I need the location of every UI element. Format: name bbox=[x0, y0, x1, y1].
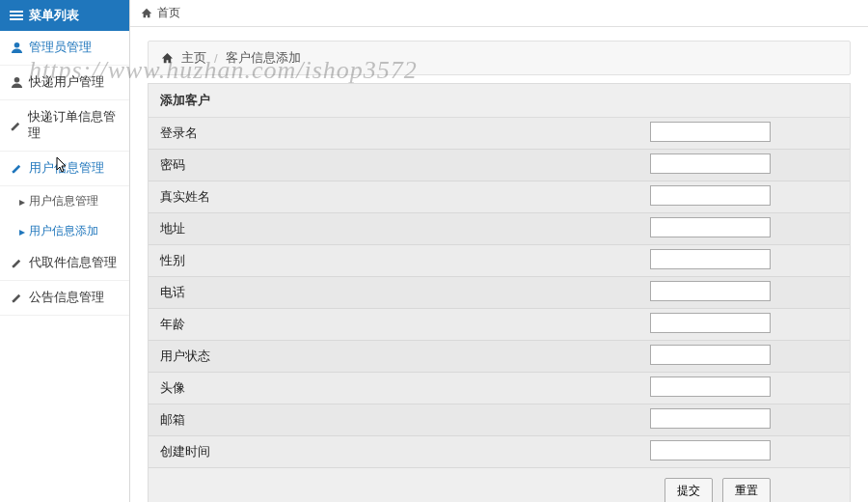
sidebar-item-pickup[interactable]: 代取件信息管理 bbox=[0, 246, 129, 281]
form-row-input-wrap bbox=[650, 309, 850, 340]
form-input-0[interactable] bbox=[650, 122, 771, 142]
svg-point-0 bbox=[14, 42, 19, 48]
breadcrumb-current: 客户信息添加 bbox=[226, 49, 301, 67]
form-row-label: 地址 bbox=[149, 213, 650, 244]
form-row-input-wrap bbox=[650, 118, 850, 149]
menu-icon bbox=[10, 9, 23, 22]
sidebar-item-order[interactable]: 快递订单信息管理 bbox=[0, 100, 129, 152]
form-row: 头像 bbox=[149, 373, 850, 404]
form-panel: 添加客户 登录名密码真实姓名地址性别电话年龄用户状态头像邮箱创建时间 提交 重置 bbox=[148, 83, 851, 502]
form-row-label: 密码 bbox=[149, 150, 650, 181]
topbar-home-link[interactable]: 首页 bbox=[157, 5, 180, 21]
form-row-label: 性别 bbox=[149, 245, 650, 276]
form-row: 真实姓名 bbox=[149, 181, 850, 213]
sidebar-item-label: 代取件信息管理 bbox=[29, 255, 117, 271]
form-row-input-wrap bbox=[650, 150, 850, 181]
edit-icon bbox=[10, 119, 22, 132]
edit-icon bbox=[10, 162, 23, 176]
form-row: 用户状态 bbox=[149, 341, 850, 373]
sidebar-item-admin[interactable]: 管理员管理 bbox=[0, 31, 129, 66]
form-row: 邮箱 bbox=[149, 404, 850, 436]
edit-icon bbox=[10, 292, 23, 305]
form-row: 年龄 bbox=[149, 309, 850, 341]
breadcrumb-home[interactable]: 主页 bbox=[181, 49, 206, 67]
sidebar-sub-label: 用户信息管理 bbox=[29, 193, 98, 209]
form-row: 登录名 bbox=[149, 118, 850, 150]
form-row: 电话 bbox=[149, 277, 850, 309]
form-row: 创建时间 bbox=[149, 436, 850, 468]
sidebar-item-label: 快递订单信息管理 bbox=[28, 109, 120, 142]
topbar: 首页 bbox=[130, 0, 868, 27]
sidebar-item-label: 公告信息管理 bbox=[29, 290, 104, 306]
form-input-8[interactable] bbox=[650, 376, 771, 397]
form-row: 性别 bbox=[149, 245, 850, 277]
sidebar: 菜单列表 管理员管理 快递用户管理 快递订单信息管理 用户信息管理 bbox=[0, 0, 130, 502]
breadcrumb: 主页 / 客户信息添加 bbox=[148, 41, 851, 75]
form-input-2[interactable] bbox=[650, 185, 771, 206]
form-title: 添加客户 bbox=[149, 84, 850, 118]
form-row-input-wrap bbox=[650, 245, 850, 276]
sidebar-header-label: 菜单列表 bbox=[29, 7, 79, 24]
caret-right-icon: ▸ bbox=[19, 195, 25, 209]
sidebar-item-announcement[interactable]: 公告信息管理 bbox=[0, 281, 129, 316]
form-input-1[interactable] bbox=[650, 153, 771, 174]
form-row: 地址 bbox=[149, 213, 850, 245]
form-input-4[interactable] bbox=[650, 249, 771, 269]
home-icon bbox=[140, 7, 153, 20]
sidebar-sub-label: 用户信息添加 bbox=[29, 223, 98, 239]
form-input-3[interactable] bbox=[650, 217, 771, 237]
form-row-input-wrap bbox=[650, 404, 850, 435]
form-row-label: 电话 bbox=[149, 277, 650, 308]
sidebar-sub-user-manage[interactable]: ▸ 用户信息管理 bbox=[0, 186, 129, 216]
form-row-input-wrap bbox=[650, 436, 850, 467]
sidebar-item-courier-user[interactable]: 快递用户管理 bbox=[0, 66, 129, 100]
form-input-7[interactable] bbox=[650, 345, 771, 365]
sidebar-header: 菜单列表 bbox=[0, 0, 129, 31]
form-row-input-wrap bbox=[650, 213, 850, 244]
form-row-input-wrap bbox=[650, 277, 850, 308]
form-row: 密码 bbox=[149, 150, 850, 181]
breadcrumb-separator: / bbox=[214, 51, 218, 66]
form-row-label: 头像 bbox=[149, 373, 650, 404]
sidebar-item-label: 管理员管理 bbox=[29, 40, 92, 56]
form-row-label: 用户状态 bbox=[149, 341, 650, 372]
form-row-label: 登录名 bbox=[149, 118, 650, 149]
form-input-6[interactable] bbox=[650, 313, 771, 333]
form-row-input-wrap bbox=[650, 341, 850, 372]
sidebar-sub-user-add[interactable]: ▸ 用户信息添加 bbox=[0, 216, 129, 246]
form-input-10[interactable] bbox=[650, 440, 771, 460]
form-row-label: 真实姓名 bbox=[149, 181, 650, 212]
edit-icon bbox=[10, 257, 23, 270]
form-row-input-wrap bbox=[650, 373, 850, 404]
user-icon bbox=[10, 42, 23, 55]
user-icon bbox=[10, 76, 23, 90]
sidebar-item-user-info[interactable]: 用户信息管理 bbox=[0, 152, 129, 186]
sidebar-item-label: 快递用户管理 bbox=[29, 74, 104, 91]
home-icon bbox=[160, 51, 174, 65]
caret-right-icon: ▸ bbox=[19, 225, 25, 238]
reset-button[interactable]: 重置 bbox=[722, 478, 771, 502]
form-row-label: 邮箱 bbox=[149, 404, 650, 435]
form-input-5[interactable] bbox=[650, 281, 771, 301]
form-row-label: 创建时间 bbox=[149, 436, 650, 467]
sidebar-item-label: 用户信息管理 bbox=[29, 160, 104, 177]
main-area: 首页 主页 / 客户信息添加 添加客户 登录名密码真实姓名地址性别电话年龄用户状… bbox=[130, 0, 868, 502]
form-actions: 提交 重置 bbox=[149, 468, 850, 502]
submit-button[interactable]: 提交 bbox=[665, 478, 713, 502]
svg-point-1 bbox=[14, 77, 19, 83]
form-input-9[interactable] bbox=[650, 408, 771, 429]
form-row-label: 年龄 bbox=[149, 309, 650, 340]
form-row-input-wrap bbox=[650, 181, 850, 212]
